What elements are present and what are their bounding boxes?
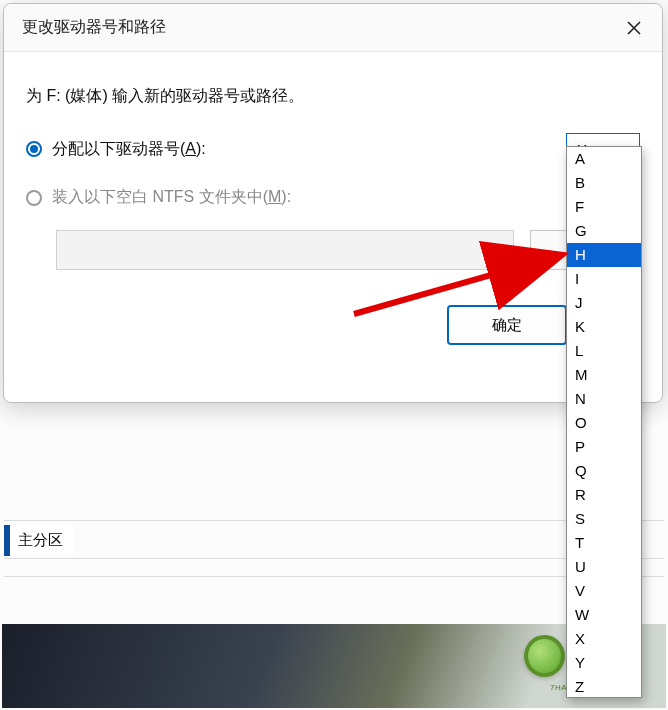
dropdown-item-L[interactable]: L [567,339,641,363]
dropdown-item-T[interactable]: T [567,531,641,555]
dropdown-item-M[interactable]: M [567,363,641,387]
dropdown-item-W[interactable]: W [567,603,641,627]
dropdown-item-X[interactable]: X [567,627,641,651]
help-row: 帮助(H) [4,576,664,610]
dropdown-item-S[interactable]: S [567,507,641,531]
assign-letter-label[interactable]: 分配以下驱动器号(A): [52,139,566,160]
dropdown-item-I[interactable]: I [567,267,641,291]
ok-label: 确定 [492,316,522,335]
dialog-title: 更改驱动器号和路径 [22,17,166,38]
dropdown-item-Q[interactable]: Q [567,459,641,483]
dropdown-item-O[interactable]: O [567,411,641,435]
mount-folder-label[interactable]: 装入以下空白 NTFS 文件夹中(M): [52,187,640,208]
dropdown-item-Z[interactable]: Z [567,675,641,698]
dropdown-item-V[interactable]: V [567,579,641,603]
dropdown-item-J[interactable]: J [567,291,641,315]
dropdown-item-U[interactable]: U [567,555,641,579]
close-icon [626,20,642,36]
ok-button[interactable]: 确定 [448,306,566,344]
partition-label: 主分区 [4,525,73,556]
dropdown-item-H[interactable]: H [567,243,641,267]
dropdown-item-A[interactable]: A [567,147,641,171]
close-button[interactable] [620,14,648,42]
radio-mount-folder[interactable] [26,190,42,206]
drive-letter-dropdown[interactable]: ABFGHIJKLMNOPQRSTUVWXYZ [566,146,642,698]
folder-path-input [56,230,514,270]
dropdown-item-Y[interactable]: Y [567,651,641,675]
watermark-badge-icon [524,635,565,677]
dropdown-item-F[interactable]: F [567,195,641,219]
dropdown-item-R[interactable]: R [567,483,641,507]
dropdown-item-N[interactable]: N [567,387,641,411]
radio-assign-letter[interactable] [26,141,42,157]
partition-section: 主分区 [4,520,664,559]
instruction-text: 为 F: (媒体) 输入新的驱动器号或路径。 [26,86,640,107]
dropdown-item-B[interactable]: B [567,171,641,195]
dropdown-item-G[interactable]: G [567,219,641,243]
titlebar: 更改驱动器号和路径 [4,4,662,52]
dropdown-item-P[interactable]: P [567,435,641,459]
dropdown-item-K[interactable]: K [567,315,641,339]
change-drive-letter-dialog: 更改驱动器号和路径 为 F: (媒体) 输入新的驱动器号或路径。 分配以下驱动器… [3,3,663,403]
